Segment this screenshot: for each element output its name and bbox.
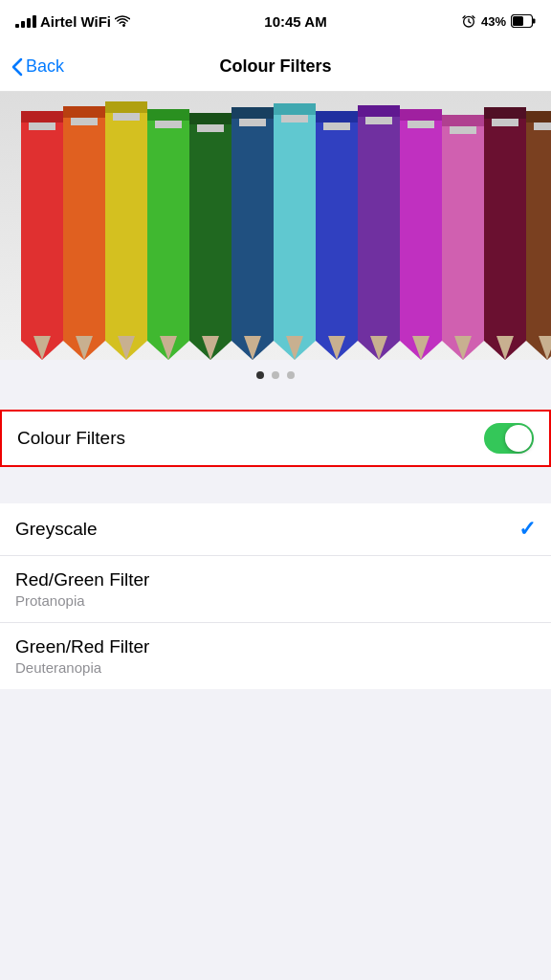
- battery-percent: 43%: [481, 14, 506, 29]
- svg-marker-30: [274, 103, 316, 360]
- dot-2: [272, 371, 279, 379]
- colour-filter-row[interactable]: Colour Filters: [17, 412, 534, 465]
- svg-rect-33: [281, 115, 308, 122]
- carrier-label: Airtel WiFi: [40, 13, 111, 30]
- svg-rect-24: [189, 113, 231, 124]
- colour-filter-section: Colour Filters: [0, 410, 551, 467]
- filter-subtitle: Deuteranopia: [15, 659, 149, 676]
- svg-rect-41: [365, 117, 392, 124]
- filter-text: Green/Red Filter Deuteranopia: [15, 636, 149, 676]
- filter-text: Red/Green Filter Protanopia: [15, 569, 149, 609]
- nav-bar: Back Colour Filters: [0, 42, 551, 92]
- svg-rect-56: [526, 111, 551, 122]
- svg-rect-44: [400, 109, 442, 121]
- back-label: Back: [26, 56, 64, 77]
- dot-3: [287, 371, 295, 379]
- svg-marker-10: [63, 106, 105, 360]
- svg-rect-53: [492, 119, 518, 126]
- pencil-banner: [0, 92, 551, 360]
- svg-rect-12: [63, 106, 105, 118]
- svg-rect-37: [323, 122, 350, 130]
- svg-rect-52: [484, 107, 526, 119]
- svg-rect-9: [29, 122, 55, 130]
- filter-subtitle: Protanopia: [15, 592, 149, 609]
- svg-rect-45: [408, 121, 434, 128]
- svg-rect-8: [21, 111, 63, 122]
- svg-rect-29: [239, 119, 266, 126]
- svg-marker-18: [147, 109, 189, 360]
- svg-marker-5: [21, 111, 63, 360]
- svg-marker-46: [442, 115, 484, 360]
- svg-rect-36: [316, 111, 358, 122]
- svg-rect-13: [71, 118, 98, 125]
- filter-name: Greyscale: [15, 519, 98, 540]
- svg-rect-20: [147, 109, 189, 121]
- status-time: 10:45 AM: [264, 13, 326, 30]
- colour-filter-label: Colour Filters: [17, 428, 125, 449]
- svg-marker-34: [316, 111, 358, 360]
- svg-rect-21: [155, 121, 182, 128]
- filter-item-green-red[interactable]: Green/Red Filter Deuteranopia: [0, 623, 551, 689]
- svg-marker-50: [484, 107, 526, 360]
- filter-item-red-green[interactable]: Red/Green Filter Protanopia: [0, 556, 551, 623]
- svg-rect-17: [113, 113, 140, 121]
- alarm-icon: [461, 13, 476, 29]
- svg-rect-28: [231, 107, 274, 119]
- filter-list: Greyscale ✓ Red/Green Filter Protanopia …: [0, 503, 551, 689]
- svg-rect-2: [513, 16, 523, 26]
- filter-name: Green/Red Filter: [15, 636, 149, 657]
- toggle-knob: [505, 425, 532, 452]
- svg-rect-32: [274, 103, 316, 115]
- svg-marker-22: [189, 113, 231, 360]
- battery-icon: [511, 14, 536, 28]
- svg-rect-48: [442, 115, 484, 126]
- page-title: Colour Filters: [219, 56, 331, 77]
- filter-item-greyscale[interactable]: Greyscale ✓: [0, 503, 551, 556]
- svg-marker-42: [400, 109, 442, 360]
- colour-filter-toggle[interactable]: [484, 423, 534, 454]
- pencils-image: [0, 92, 551, 360]
- back-button[interactable]: Back: [11, 56, 64, 77]
- svg-marker-14: [105, 101, 147, 360]
- status-left: Airtel WiFi: [15, 13, 130, 30]
- svg-rect-25: [197, 124, 224, 132]
- status-right: 43%: [461, 13, 536, 29]
- checkmark-icon: ✓: [518, 517, 536, 542]
- filter-name: Red/Green Filter: [15, 569, 149, 590]
- page-indicator: [0, 360, 551, 390]
- status-bar: Airtel WiFi 10:45 AM 43%: [0, 0, 551, 42]
- svg-rect-16: [105, 101, 147, 113]
- chevron-left-icon: [11, 57, 23, 77]
- svg-rect-40: [358, 105, 400, 117]
- wifi-icon: [115, 15, 130, 28]
- svg-marker-54: [526, 111, 551, 360]
- svg-rect-49: [450, 126, 476, 134]
- signal-icon: [15, 15, 36, 28]
- dot-1: [256, 371, 264, 379]
- svg-marker-26: [231, 107, 274, 360]
- svg-marker-38: [358, 105, 400, 360]
- svg-rect-3: [532, 19, 535, 24]
- filter-text: Greyscale: [15, 519, 98, 540]
- svg-rect-57: [534, 122, 551, 130]
